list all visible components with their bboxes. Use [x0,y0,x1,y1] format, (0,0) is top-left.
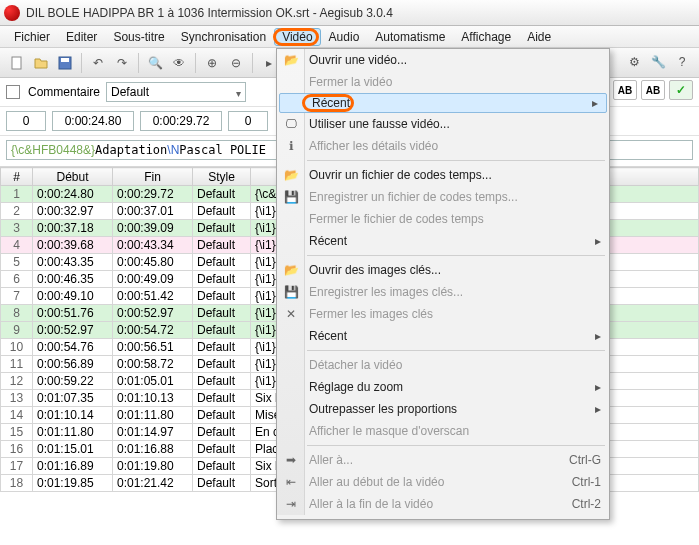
grid-cell: 0:00:54.76 [33,339,113,356]
menu-item[interactable]: Récent▸ [279,93,607,113]
toolbar-zoomin-icon[interactable]: ⊕ [201,52,223,74]
goto-icon: ➡ [281,453,301,467]
grid-cell: 0:00:29.72 [113,186,193,203]
grid-cell: 17 [1,458,33,475]
grid-cell: 0:01:07.35 [33,390,113,407]
col-fin[interactable]: Fin [113,168,193,186]
grid-cell: 2 [1,203,33,220]
col-num[interactable]: # [1,168,33,186]
toolbar-help-icon[interactable]: ? [671,51,693,73]
toolbar-undo-icon[interactable]: ↶ [87,52,109,74]
menu-synchro[interactable]: Synchronisation [173,28,274,46]
grid-cell: 0:01:19.85 [33,475,113,492]
menu-video[interactable]: Vidéo [274,28,320,46]
grid-cell: 10 [1,339,33,356]
start-time-field[interactable]: 0:00:24.80 [52,111,134,131]
grid-cell: 1 [1,186,33,203]
grid-cell: 0:00:56.89 [33,356,113,373]
menu-item-label: Détacher la vidéo [309,358,601,372]
grid-cell: 0:00:45.80 [113,254,193,271]
toolbar-find-icon[interactable]: 🔍 [144,52,166,74]
menu-item-label: Fermer la vidéo [309,75,601,89]
end-time-field[interactable]: 0:00:29.72 [140,111,222,131]
grid-cell: 0:00:46.35 [33,271,113,288]
toolbar-settings-icon[interactable]: ⚙ [623,51,645,73]
grid-cell: 0:00:24.80 [33,186,113,203]
style-combo[interactable]: Default [106,82,246,102]
submenu-arrow-icon: ▸ [595,234,601,248]
toolbar-replace-icon[interactable]: 👁 [168,52,190,74]
grid-cell: Default [193,475,251,492]
menu-item[interactable]: 📂Ouvrir des images clés... [277,259,609,281]
menu-item-label: Enregistrer les images clés... [309,285,601,299]
menu-separator [307,350,605,351]
folder-icon: 📂 [281,168,301,182]
end-icon: ⇥ [281,497,301,511]
menu-item: 💾Enregistrer un fichier de codes temps..… [277,186,609,208]
video-dropdown: 📂Ouvrir une vidéo...Fermer la vidéoRécen… [276,48,610,520]
toolbar-wrench-icon[interactable]: 🔧 [647,51,669,73]
menu-item[interactable]: Outrepasser les proportions▸ [277,398,609,420]
menu-fichier[interactable]: Fichier [6,28,58,46]
grid-cell: 0:01:11.80 [33,424,113,441]
menu-separator [307,445,605,446]
menu-soustitre[interactable]: Sous-titre [105,28,172,46]
menu-item-label: Récent [312,96,584,110]
grid-cell: 0:00:39.68 [33,237,113,254]
commit-check-button[interactable]: ✓ [669,80,693,100]
toolbar-open-icon[interactable] [30,52,52,74]
grid-cell: 0:01:16.88 [113,441,193,458]
grid-cell: 18 [1,475,33,492]
menu-item-label: Ouvrir une vidéo... [309,53,601,67]
menu-item[interactable]: 🖵Utiliser une fausse vidéo... [277,113,609,135]
col-style[interactable]: Style [193,168,251,186]
menu-shortcut: Ctrl-G [569,453,601,467]
toolbar-new-icon[interactable] [6,52,28,74]
menu-item[interactable]: 📂Ouvrir un fichier de codes temps... [277,164,609,186]
grid-cell: 4 [1,237,33,254]
grid-cell: Default [193,220,251,237]
toolbar-save-icon[interactable] [54,52,76,74]
menu-editer[interactable]: Editer [58,28,105,46]
menubar: Fichier Editer Sous-titre Synchronisatio… [0,26,699,48]
menu-audio[interactable]: Audio [321,28,368,46]
menu-item[interactable]: Récent▸ [277,325,609,347]
commentaire-checkbox[interactable] [6,85,20,99]
window-title: DIL BOLE HADIPPA BR 1 à 1036 Intermissio… [26,6,393,20]
ab-button-1[interactable]: AB [613,80,637,100]
ab-button-2[interactable]: AB [641,80,665,100]
grid-cell: 6 [1,271,33,288]
menu-item-label: Aller à... [309,453,561,467]
layer-field[interactable]: 0 [6,111,46,131]
toolbar-zoomout-icon[interactable]: ⊖ [225,52,247,74]
folder-icon: 📂 [281,263,301,277]
app-icon [4,5,20,21]
menu-aide[interactable]: Aide [519,28,559,46]
menu-item-label: Afficher les détails vidéo [309,139,601,153]
menu-item[interactable]: Réglage du zoom▸ [277,376,609,398]
menu-item: ✕Fermer les images clés [277,303,609,325]
grid-cell: 0:00:43.34 [113,237,193,254]
grid-cell: 0:00:43.35 [33,254,113,271]
grid-cell: 0:01:21.42 [113,475,193,492]
grid-cell: Default [193,237,251,254]
menu-item[interactable]: 📂Ouvrir une vidéo... [277,49,609,71]
grid-cell: 0:01:10.13 [113,390,193,407]
menu-item[interactable]: Récent▸ [277,230,609,252]
submenu-arrow-icon: ▸ [595,380,601,394]
grid-cell: 0:01:15.01 [33,441,113,458]
grid-cell: 5 [1,254,33,271]
grid-cell: 0:00:37.01 [113,203,193,220]
menu-automatisme[interactable]: Automatisme [367,28,453,46]
toolbar-redo-icon[interactable]: ↷ [111,52,133,74]
grid-cell: 15 [1,424,33,441]
grid-cell: Default [193,356,251,373]
grid-cell: 0:00:56.51 [113,339,193,356]
col-debut[interactable]: Début [33,168,113,186]
screen-icon: 🖵 [281,117,301,131]
duration-field[interactable]: 0 [228,111,268,131]
menu-affichage[interactable]: Affichage [453,28,519,46]
menu-item-label: Enregistrer un fichier de codes temps... [309,190,601,204]
grid-cell: Default [193,203,251,220]
start-icon: ⇤ [281,475,301,489]
